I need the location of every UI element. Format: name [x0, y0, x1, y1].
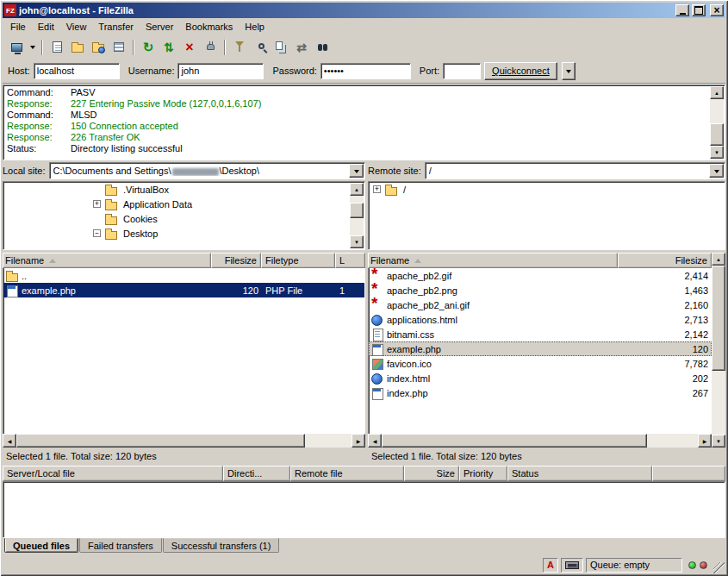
menu-view[interactable]: View — [60, 20, 93, 34]
column-size[interactable]: Size — [404, 466, 459, 481]
local-site-combobox[interactable]: C:\Documents and Settings\\Desktop\ — [49, 162, 365, 179]
queue-body[interactable] — [3, 481, 725, 538]
keyboard-icon — [565, 561, 579, 569]
binoculars-button[interactable] — [312, 38, 333, 57]
file-size: 120 — [619, 341, 712, 356]
toggle-local-tree-button[interactable] — [67, 38, 88, 57]
column-direction[interactable]: Directi... — [223, 466, 290, 481]
filter-button[interactable] — [229, 38, 250, 57]
column-status[interactable]: Status — [507, 466, 652, 481]
column-remote-file[interactable]: Remote file — [290, 466, 404, 481]
local-site-dropdown[interactable] — [349, 164, 364, 178]
remote-vertical-scrollbar[interactable] — [712, 253, 725, 448]
compare-button[interactable] — [271, 38, 291, 57]
scroll-right-button[interactable] — [698, 434, 712, 448]
file-size: 7,782 — [619, 356, 712, 371]
remote-site-combobox[interactable]: / — [425, 162, 725, 179]
php-file-icon — [370, 343, 383, 355]
scroll-left-button[interactable] — [3, 434, 16, 448]
disconnect-button[interactable] — [200, 38, 221, 57]
file-row[interactable]: index.php 267 — [369, 385, 712, 400]
column-filesize[interactable]: Filesize — [211, 253, 261, 268]
tree-item[interactable]: / — [369, 182, 725, 197]
column-server-local-file[interactable]: Server/Local file — [3, 466, 223, 481]
site-manager-button[interactable] — [6, 38, 27, 57]
quickconnect-dropdown[interactable] — [562, 62, 576, 80]
log-type: Command: — [7, 110, 71, 121]
refresh-button[interactable] — [138, 38, 159, 57]
file-row[interactable]: apache_pb2.gif 2,414 — [369, 268, 712, 283]
keys-indicator — [561, 558, 583, 573]
menu-bookmarks[interactable]: Bookmarks — [179, 20, 239, 34]
file-row-selected[interactable]: example.php 120 PHP File 1 — [3, 283, 364, 297]
menu-file[interactable]: File — [4, 20, 32, 34]
scroll-down-button[interactable] — [710, 146, 724, 159]
username-input[interactable] — [177, 63, 264, 79]
scroll-right-button[interactable] — [352, 434, 365, 448]
file-row[interactable]: apache_pb2.png 1,463 — [369, 283, 712, 297]
file-row-selected[interactable]: example.php 120 — [369, 341, 712, 356]
remote-horizontal-scrollbar[interactable] — [368, 434, 712, 448]
menu-edit[interactable]: Edit — [32, 20, 60, 34]
column-filesize[interactable]: Filesize — [618, 253, 712, 268]
scrollbar-thumb[interactable] — [16, 434, 305, 448]
file-row[interactable]: index.html 202 — [369, 371, 712, 385]
file-row[interactable]: .. — [3, 268, 364, 283]
scroll-down-button[interactable] — [712, 435, 725, 448]
scroll-down-button[interactable] — [350, 235, 364, 248]
maximize-button[interactable] — [692, 4, 706, 16]
titlebar[interactable]: john@localhost - FileZilla — [3, 3, 725, 18]
menu-transfer[interactable]: Transfer — [92, 20, 140, 34]
expand-icon[interactable] — [373, 185, 381, 193]
tab-successful-transfers[interactable]: Successful transfers (1) — [163, 538, 280, 553]
file-row[interactable]: bitnami.css 2,142 — [369, 327, 712, 341]
username-label: Username: — [128, 66, 175, 76]
column-filename[interactable]: Filename — [368, 253, 618, 268]
file-row[interactable]: apache_pb2_ani.gif 2,160 — [369, 297, 712, 312]
tab-queued-files[interactable]: Queued files — [4, 538, 78, 553]
scrollbar-thumb[interactable] — [710, 123, 724, 146]
file-row[interactable]: favicon.ico 7,782 — [369, 356, 712, 371]
quickconnect-button[interactable]: Quickconnect — [484, 62, 557, 80]
toggle-message-log-button[interactable] — [47, 38, 67, 57]
scrollbar-thumb[interactable] — [350, 203, 364, 218]
scroll-left-button[interactable] — [368, 434, 382, 448]
minimize-button[interactable] — [675, 4, 689, 16]
menu-server[interactable]: Server — [140, 20, 179, 34]
process-queue-button[interactable] — [159, 38, 179, 57]
column-filename[interactable]: Filename — [3, 253, 211, 268]
find-button[interactable] — [250, 38, 271, 57]
remote-site-dropdown[interactable] — [709, 164, 724, 178]
expand-icon[interactable] — [93, 200, 101, 208]
scrollbar-thumb[interactable] — [382, 434, 647, 448]
column-filetype[interactable]: Filetype — [261, 253, 335, 268]
column-priority[interactable]: Priority — [459, 466, 507, 481]
tree-vertical-scrollbar[interactable] — [350, 183, 364, 248]
menu-help[interactable]: Help — [239, 20, 271, 34]
file-row[interactable]: applications.html 2,713 — [369, 312, 712, 327]
column-lastmodified[interactable]: L — [335, 253, 365, 268]
log-vertical-scrollbar[interactable] — [710, 86, 724, 159]
password-input[interactable] — [320, 63, 411, 79]
tree-item[interactable]: Cookies — [3, 211, 364, 226]
scroll-up-button[interactable] — [710, 86, 724, 99]
toggle-queue-button[interactable] — [109, 38, 129, 57]
scroll-up-button[interactable] — [350, 183, 364, 196]
scrollbar-thumb[interactable] — [712, 266, 725, 371]
toggle-remote-tree-button[interactable] — [88, 38, 109, 57]
tree-item[interactable]: Desktop — [3, 226, 364, 241]
port-input[interactable] — [443, 63, 481, 79]
quickconnect-bar: Host: Username: Password: Port: Quickcon… — [3, 59, 725, 84]
tree-item[interactable]: .VirtualBox — [3, 182, 364, 197]
resize-grip[interactable] — [713, 562, 725, 573]
site-manager-dropdown-button[interactable] — [27, 38, 38, 57]
cancel-button[interactable] — [179, 38, 200, 57]
tab-failed-transfers[interactable]: Failed transfers — [79, 538, 162, 553]
collapse-icon[interactable] — [93, 229, 101, 237]
local-horizontal-scrollbar[interactable] — [3, 434, 365, 448]
sync-browse-button[interactable] — [291, 38, 312, 57]
close-button[interactable] — [710, 4, 724, 16]
host-input[interactable] — [34, 63, 120, 79]
tree-item[interactable]: Application Data — [3, 197, 364, 211]
scroll-up-button[interactable] — [712, 253, 725, 266]
